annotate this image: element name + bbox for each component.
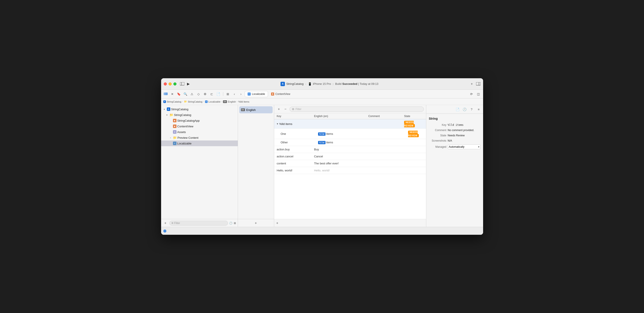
strings-table: Key English (en) Comment State ▾ (274, 113, 426, 219)
separator-1 (223, 92, 223, 96)
inspector-section-title: String (429, 117, 480, 120)
group-key-label: %lld items (280, 122, 292, 126)
sidebar-item-assets[interactable]: ▾ ⊞ Assets (161, 129, 238, 135)
xcode-window: ▶ A StringCatalog › 📱 iPhone 15 Pro | Bu… (161, 78, 483, 235)
bottom-bar (161, 227, 483, 235)
back-button[interactable]: ‹ (232, 91, 237, 97)
table-row-hello-world[interactable]: Hello, world! Hello, world! (274, 167, 426, 174)
sidebar-item-stringcatalogapp[interactable]: ▾ ◆ StringCatalogApp (161, 118, 238, 123)
folder-breadcrumb-icon: 📁 (184, 100, 187, 103)
group-state-cell: NEEDS REVIEW (402, 119, 426, 129)
minimize-button[interactable] (168, 82, 172, 85)
table-row-content[interactable]: content The best offer ever! (274, 160, 426, 167)
tab-contentview[interactable]: ◆ ContentView (268, 91, 293, 97)
filter-icon: ⊜ (172, 222, 174, 224)
inspector-lines-icon[interactable]: ≡ (476, 107, 481, 112)
add-string-button[interactable]: + (276, 221, 278, 225)
sidebar-item-contentview[interactable]: ▾ ◆ ContentView (161, 123, 238, 129)
sidebar-add-button[interactable]: + (163, 220, 168, 226)
inspector-state-label: State (429, 134, 446, 137)
breadcrumb-english[interactable]: EN English (223, 100, 236, 103)
grid-icon[interactable]: ⊞ (225, 91, 231, 97)
sidebar-item-localizable[interactable]: ▾ ≡ Localizable (161, 141, 238, 146)
lang-item-english[interactable]: EN English (239, 106, 272, 113)
diamond-icon[interactable]: ◇ (196, 91, 202, 97)
plus-filter-icon[interactable]: ⊞ (234, 222, 236, 225)
add-key-button[interactable]: + (276, 107, 282, 112)
value-action-buy[interactable]: Buy (312, 146, 366, 153)
doc-icon[interactable]: 📄 (216, 91, 221, 97)
localizable-tab-icon: ≡ (248, 93, 251, 96)
split-editor-button[interactable]: ⟳ (468, 91, 474, 97)
sub-comment-other (366, 139, 402, 146)
breadcrumb-localizable[interactable]: ≡ Localizable (205, 100, 220, 103)
group-collapse-chevron[interactable]: ▾ (277, 122, 278, 125)
run-button[interactable]: ▶ (187, 82, 190, 86)
remove-key-button[interactable]: − (283, 107, 288, 112)
sidebar-filter-placeholder: Filter (174, 222, 180, 225)
value-hello-world[interactable]: Hello, world! (312, 167, 366, 174)
sidebar-item-stringcatalog-project[interactable]: ▾ A StringCatalog (161, 106, 238, 112)
tag-icon[interactable]: ⊏ (209, 91, 215, 97)
project-name-display: A StringCatalog (280, 82, 304, 86)
warning-icon[interactable]: ⚠ (189, 91, 195, 97)
table-row-other[interactable]: Other %lld items (274, 139, 426, 146)
breadcrumb-stringcatalog-project[interactable]: A StringCatalog (163, 100, 182, 103)
inspector-panel-toggle[interactable] (476, 82, 480, 86)
value-action-cancel[interactable]: Cancel (312, 153, 366, 160)
sidebar-item-preview-content[interactable]: › 📁 Preview Content (161, 135, 238, 141)
add-language-button[interactable]: + (254, 221, 258, 226)
inspector-screenshots-label: Screenshots (429, 139, 446, 142)
bookmark-icon[interactable]: 🔖 (176, 91, 182, 97)
navigator-icon[interactable] (163, 91, 168, 97)
close-button[interactable] (164, 82, 167, 85)
inspector-question-icon[interactable]: ? (469, 107, 474, 112)
x-button[interactable]: ✕ (170, 91, 175, 97)
sidebar-toggle-button[interactable] (180, 82, 184, 86)
inspector-row-screenshots: Screenshots N/A (429, 139, 480, 142)
filter-field[interactable]: ⊜ Filter (290, 107, 424, 112)
col-header-state: State (402, 113, 426, 119)
contentview-tab-icon: ◆ (271, 93, 274, 96)
table-row-one[interactable]: One %lld items NEEDS REVIEW (274, 129, 426, 139)
inspector-screenshots-value: N/A (448, 139, 480, 142)
project-icon: A (167, 107, 170, 111)
table-row-group-lld[interactable]: ▾ %lld items NEEDS REVIEW (274, 119, 426, 129)
gear-icon[interactable]: ⚙ (202, 91, 208, 97)
add-editor-button[interactable]: ◫ (476, 91, 481, 97)
inspector-row-key: Key %lld items (429, 123, 480, 127)
content-toolbar: + − ⊜ Filter (274, 105, 426, 113)
breadcrumb-bar: A StringCatalog › 📁 StringCatalog › ≡ Lo… (161, 98, 483, 105)
table-row-action-buy[interactable]: action.buy Buy (274, 146, 426, 153)
sub-value-one[interactable]: %lld items (312, 129, 366, 139)
tab-localizable[interactable]: ≡ Localizable (245, 91, 268, 97)
table-row-action-cancel[interactable]: action.cancel Cancel (274, 153, 426, 160)
key-action-buy: action.buy (274, 146, 312, 153)
svg-rect-0 (180, 82, 184, 85)
breadcrumb-sep-1: › (182, 100, 183, 103)
add-destination-button[interactable]: + (470, 82, 474, 86)
breadcrumb-sep-2: › (203, 100, 204, 103)
clock-icon[interactable]: 🕐 (229, 222, 232, 225)
forward-button[interactable]: › (238, 91, 244, 97)
inspector-toolbar: 📄 🕐 ? ≡ (426, 105, 483, 114)
value-content[interactable]: The best offer ever! (312, 160, 366, 167)
needs-review-badge-one: NEEDS REVIEW (408, 131, 419, 137)
inspector-clock-icon[interactable]: 🕐 (462, 107, 467, 112)
search-icon[interactable]: 🔍 (182, 91, 188, 97)
sub-value-other[interactable]: %lld items (312, 139, 366, 146)
device-selector[interactable]: 📱 iPhone 15 Pro (308, 82, 331, 86)
key-content: content (274, 160, 312, 167)
breadcrumb-key[interactable]: %lld items (238, 100, 249, 103)
inspector-content: String Key %lld items Comment No comment… (426, 114, 483, 155)
managed-select[interactable]: Automatically ▾ (448, 145, 480, 149)
inspector-key-label: Key (429, 123, 446, 127)
comment-hello-world (366, 167, 402, 174)
sidebar-item-stringcatalog-folder[interactable]: ▾ 📁 StringCatalog (161, 112, 238, 118)
inspector-doc-icon[interactable]: 📄 (455, 107, 460, 112)
chevron-right-icon: › (169, 136, 172, 139)
maximize-button[interactable] (174, 82, 176, 85)
project-icon: A (280, 82, 285, 86)
breadcrumb-stringcatalog-folder[interactable]: 📁 StringCatalog (184, 100, 202, 103)
col-header-comment: Comment (366, 113, 402, 119)
